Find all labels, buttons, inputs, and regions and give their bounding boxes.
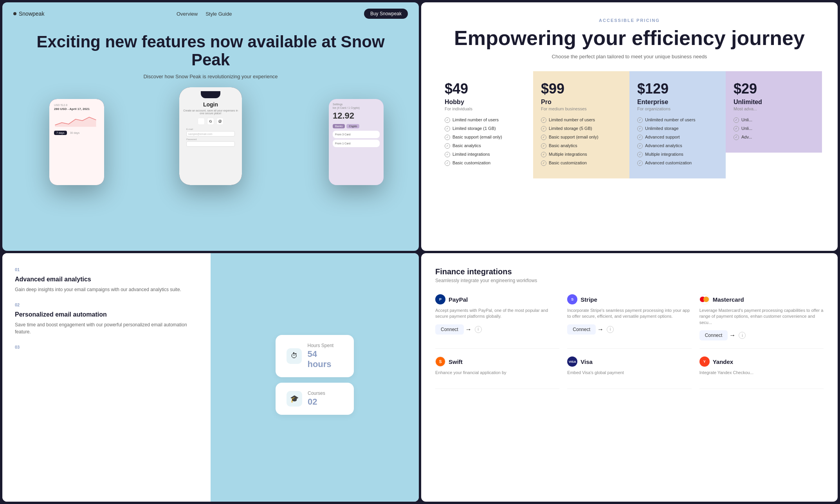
- hours-value: 54 hours: [307, 349, 343, 369]
- stripe-header: S Stripe: [567, 294, 691, 304]
- stripe-desc: Incorporate Stripe's seamless payment pr…: [567, 308, 691, 320]
- chart-svg: [54, 113, 97, 127]
- phone-right: Settings lce (4 Card / 1 Crypto) 12.92 B…: [329, 99, 384, 185]
- check-icon: ✓: [445, 135, 450, 140]
- password-label: Password: [186, 138, 235, 140]
- payment-stripe: S Stripe Incorporate Stripe's seamless p…: [567, 294, 691, 349]
- unlimited-desc: Most adva...: [734, 106, 814, 111]
- phone-screen-left: USD 512.8 280 USD - April 17, 2021 7 day…: [49, 99, 104, 185]
- ent-f4: ✓Advanced analytics: [637, 143, 718, 149]
- paypal-actions: Connect → i: [435, 324, 559, 335]
- email-input[interactable]: sample@email.com: [186, 131, 235, 137]
- hours-label: Hours Spent: [307, 343, 343, 348]
- swift-desc: Enhance your financial application by: [435, 370, 559, 376]
- swift-header: S Swift: [435, 356, 559, 367]
- phone-left: USD 512.8 280 USD - April 17, 2021 7 day…: [49, 99, 104, 185]
- visa-name: Visa: [580, 358, 593, 365]
- stat-hours: ⏱ Hours Spent 54 hours: [276, 335, 354, 377]
- feature-text-1: Gain deep insights into your email campa…: [15, 286, 198, 293]
- mastercard-info-icon[interactable]: i: [739, 332, 746, 339]
- stripe-logo: S: [567, 294, 577, 304]
- hobby-f5: ✓Limited integrations: [445, 152, 525, 157]
- stripe-actions: Connect → i: [567, 324, 691, 335]
- nav-links: Overview Style Guide: [177, 11, 232, 17]
- pro-price: $99: [541, 81, 622, 97]
- card-label: lce (4 Card / 1 Crypto): [333, 106, 380, 109]
- ent-f6: ✓Advanced customization: [637, 160, 718, 166]
- apple-icon[interactable]: [198, 118, 205, 125]
- paypal-connect-btn[interactable]: Connect: [435, 324, 464, 335]
- email-label: E-mail: [186, 128, 235, 130]
- hobby-f4: ✓Basic analytics: [445, 143, 525, 149]
- stripe-connect-btn[interactable]: Connect: [567, 324, 596, 335]
- features-panel: 01 Advanced email analytics Gain deep in…: [2, 253, 419, 502]
- stat-courses-content: Courses 02: [308, 391, 325, 407]
- password-input[interactable]: [186, 141, 235, 147]
- check-icon: ✓: [541, 143, 546, 149]
- plan-unlimited: $29 Unlimited Most adva... ✓Unli... ✓Unl…: [726, 71, 822, 153]
- unl-f2: ✓Unli...: [734, 126, 814, 131]
- check-icon: ✓: [541, 160, 546, 166]
- check-icon: ✓: [734, 117, 739, 123]
- yandex-name: Yandex: [713, 358, 734, 365]
- check-icon: ✓: [637, 126, 643, 131]
- stripe-info-icon[interactable]: i: [607, 326, 614, 333]
- github-icon[interactable]: @: [216, 118, 224, 125]
- stats-panel: ⏱ Hours Spent 54 hours 🎓 Courses 02: [211, 253, 419, 502]
- mastercard-name: Mastercard: [713, 296, 744, 303]
- check-icon: ✓: [637, 143, 643, 149]
- login-title: Login: [183, 101, 238, 108]
- payment-mastercard: Mastercard Leverage Mastercard's payment…: [699, 294, 824, 349]
- pricing-subtitle: Choose the perfect plan tailored to meet…: [437, 54, 822, 59]
- mastercard-header: Mastercard: [699, 294, 824, 304]
- mastercard-connect-btn[interactable]: Connect: [699, 330, 728, 340]
- pro-name: Pro: [541, 99, 622, 106]
- mastercard-desc: Leverage Mastercard's payment processing…: [699, 308, 824, 326]
- balance-label: USD 512.8: [54, 104, 99, 106]
- hobby-desc: For individuals: [445, 106, 525, 111]
- payment-yandex: Y Yandex Integrate Yandex Checkou...: [699, 356, 824, 389]
- period-buttons: 7 days 30 days: [54, 131, 99, 135]
- feature-num-3: 03: [15, 345, 198, 349]
- feature-num-1: 01: [15, 267, 198, 272]
- amount-text: 280 USD - April 17, 2021: [54, 107, 99, 111]
- courses-value: 02: [308, 397, 325, 407]
- paypal-header: P PayPal: [435, 294, 559, 304]
- check-icon: ✓: [637, 135, 643, 140]
- phones-container: USD 512.8 280 USD - April 17, 2021 7 day…: [2, 87, 419, 185]
- nav-overview[interactable]: Overview: [177, 11, 198, 17]
- phone-center: Login Create an account, save all your e…: [179, 87, 242, 185]
- feature-title-2: Personalized email automation: [15, 311, 198, 318]
- login-form: E-mail sample@email.com Password: [183, 128, 238, 147]
- feature-text-2: Save time and boost engagement with our …: [15, 321, 198, 335]
- crypto-amount: 12.92: [333, 111, 380, 121]
- payment-swift: S Swift Enhance your financial applicati…: [435, 356, 559, 389]
- nav-style-guide[interactable]: Style Guide: [205, 11, 232, 17]
- hobby-f3: ✓Basic support (email only): [445, 135, 525, 140]
- transaction-1: From 3 Card: [333, 131, 380, 138]
- visa-desc: Embed Visa's global payment: [567, 370, 691, 376]
- feature-title-1: Advanced email analytics: [15, 276, 198, 283]
- google-icon[interactable]: G: [207, 118, 214, 125]
- pricing-cards: $49 Hobby For individuals ✓Limited numbe…: [437, 71, 822, 178]
- pro-f3: ✓Basic support (email only): [541, 135, 622, 140]
- ent-f5: ✓Multiple integrations: [637, 152, 718, 157]
- logo-text: Snowpeak: [19, 11, 44, 17]
- paypal-name: PayPal: [449, 296, 468, 303]
- buy-button[interactable]: Buy Snowpeak: [364, 9, 408, 19]
- yandex-header: Y Yandex: [699, 356, 824, 367]
- settings-label: Settings: [333, 103, 380, 106]
- finance-panel: Finance integrations Seamlessly integrat…: [421, 253, 838, 502]
- check-icon: ✓: [541, 117, 546, 123]
- yandex-desc: Integrate Yandex Checkou...: [699, 370, 824, 376]
- enterprise-price: $129: [637, 81, 718, 97]
- hobby-f6: ✓Basic customization: [445, 160, 525, 166]
- check-icon: ✓: [445, 117, 450, 123]
- paypal-info-icon[interactable]: i: [475, 326, 482, 333]
- payment-paypal: P PayPal Accept payments with PayPal, on…: [435, 294, 559, 349]
- unl-f1: ✓Unli...: [734, 117, 814, 123]
- unlimited-price: $29: [734, 81, 814, 97]
- pricing-panel: ACCESSIBLE PRICING Empowering your effic…: [421, 2, 838, 251]
- payment-grid: P PayPal Accept payments with PayPal, on…: [435, 294, 824, 389]
- check-icon: ✓: [541, 152, 546, 157]
